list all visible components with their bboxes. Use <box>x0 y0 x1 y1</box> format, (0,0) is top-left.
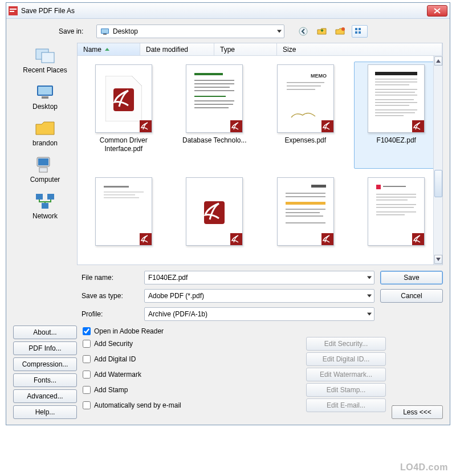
svg-rect-72 <box>286 209 325 210</box>
svg-rect-10 <box>355 31 357 34</box>
places-bar: Recent Places Desktop brandon Computer N… <box>13 43 77 265</box>
up-one-level-button[interactable] <box>315 25 329 38</box>
svg-rect-73 <box>286 212 320 213</box>
column-name[interactable]: Name <box>78 43 140 55</box>
place-label: brandon <box>14 139 76 147</box>
svg-rect-32 <box>194 96 226 97</box>
add-security-label: Add Security <box>94 340 133 348</box>
folder-up-icon <box>317 27 327 36</box>
svg-rect-33 <box>194 100 234 101</box>
add-digitalid-checkbox[interactable] <box>83 355 91 363</box>
svg-rect-11 <box>359 31 361 34</box>
file-thumbnail <box>277 177 334 246</box>
column-headers: Name Date modified Type Size <box>78 43 442 56</box>
place-label: Network <box>14 212 76 220</box>
auto-email-checkbox[interactable] <box>83 401 91 409</box>
place-label: Computer <box>14 176 76 184</box>
svg-rect-69 <box>286 193 325 194</box>
scroll-down-button[interactable] <box>434 255 442 264</box>
column-type[interactable]: Type <box>214 43 277 55</box>
place-label: Recent Places <box>14 66 76 74</box>
place-computer[interactable]: Computer <box>13 152 77 188</box>
add-watermark-checkbox[interactable] <box>83 371 91 379</box>
edit-watermark-button[interactable]: Edit Watermark... <box>306 368 386 381</box>
file-thumbnail <box>95 177 152 246</box>
scroll-track[interactable] <box>434 66 442 254</box>
file-thumbnail <box>186 64 243 133</box>
pdf-badge-icon <box>230 120 243 133</box>
scrollbar[interactable] <box>433 56 442 265</box>
place-user[interactable]: brandon <box>13 116 77 151</box>
less-button[interactable]: Less <<< <box>392 405 443 419</box>
file-item[interactable] <box>81 174 166 265</box>
add-watermark-label: Add Watermark <box>94 371 141 379</box>
network-icon <box>34 192 56 211</box>
svg-rect-48 <box>375 89 417 90</box>
column-size[interactable]: Size <box>277 43 442 55</box>
svg-rect-83 <box>376 204 416 205</box>
profile-combo[interactable]: Archive (PDF/A-1b) <box>144 307 374 321</box>
cancel-button[interactable]: Cancel <box>380 289 443 303</box>
add-security-checkbox[interactable] <box>83 340 91 348</box>
file-list: Name Date modified Type Size Common Driv… <box>77 43 443 265</box>
pdfinfo-button[interactable]: PDF Info... <box>13 341 77 355</box>
file-item[interactable]: MEMO Expenses.pdf <box>263 62 348 169</box>
user-folder-icon <box>34 119 56 138</box>
place-desktop[interactable]: Desktop <box>13 79 77 115</box>
new-folder-button[interactable] <box>333 25 347 38</box>
column-date[interactable]: Date modified <box>140 43 214 55</box>
svg-rect-18 <box>38 158 48 165</box>
svg-rect-80 <box>376 194 416 195</box>
svg-rect-4 <box>101 29 108 33</box>
saveastype-combo[interactable]: Adobe PDF (*.pdf) <box>144 289 374 303</box>
help-button[interactable]: Help... <box>13 405 77 419</box>
file-item[interactable]: F1040EZ.pdf <box>354 62 439 169</box>
place-network[interactable]: Network <box>13 189 77 224</box>
filename-combo[interactable]: F1040EZ.pdf <box>144 271 374 284</box>
fonts-button[interactable]: Fonts... <box>13 373 77 387</box>
svg-rect-28 <box>194 80 234 81</box>
add-stamp-checkbox[interactable] <box>83 386 91 394</box>
chevron-down-icon <box>367 276 372 279</box>
close-icon <box>434 8 441 14</box>
about-button[interactable]: About... <box>13 326 77 339</box>
svg-rect-81 <box>376 197 416 198</box>
pdf-large-icon <box>196 189 233 234</box>
computer-icon <box>34 155 56 174</box>
svg-rect-84 <box>376 207 414 208</box>
pdf-badge-icon <box>140 120 152 133</box>
place-recent[interactable]: Recent Places <box>13 43 77 78</box>
filename-value: F1040EZ.pdf <box>148 274 188 282</box>
edit-stamp-button[interactable]: Edit Stamp... <box>306 383 386 397</box>
file-item[interactable] <box>354 174 439 265</box>
back-button[interactable] <box>297 25 311 38</box>
open-reader-checkbox[interactable] <box>83 327 91 335</box>
svg-rect-45 <box>375 79 417 80</box>
edit-security-button[interactable]: Edit Security... <box>306 337 386 351</box>
save-in-combo[interactable]: Desktop <box>96 25 284 38</box>
file-item[interactable]: Common Driver Interface.pdf <box>81 62 166 169</box>
back-icon <box>299 27 309 36</box>
open-reader-label: Open in Adobe Reader <box>94 327 164 335</box>
svg-text:MEMO: MEMO <box>311 73 327 79</box>
compression-button[interactable]: Compression... <box>13 357 77 371</box>
close-button[interactable] <box>427 5 447 17</box>
advanced-button[interactable]: Advanced... <box>13 389 77 403</box>
scroll-thumb[interactable] <box>434 170 442 197</box>
svg-rect-68 <box>311 185 326 188</box>
svg-rect-53 <box>375 105 409 106</box>
add-digitalid-label: Add Digital ID <box>94 355 136 363</box>
file-item[interactable] <box>172 174 258 265</box>
options-checkboxes: Open in Adobe Reader Add Security Edit S… <box>83 326 386 419</box>
svg-rect-52 <box>375 102 417 103</box>
save-button[interactable]: Save <box>380 271 443 284</box>
edit-digitalid-button[interactable]: Edit Digital ID... <box>306 352 386 366</box>
svg-rect-27 <box>194 73 223 75</box>
file-item[interactable]: Database Technolo... <box>172 62 258 169</box>
view-menu-button[interactable] <box>352 25 368 38</box>
edit-email-button[interactable]: Edit E-mail... <box>306 398 386 412</box>
pdf-badge-icon <box>321 233 334 246</box>
file-item[interactable] <box>263 174 348 265</box>
scroll-up-button[interactable] <box>434 56 442 66</box>
titlebar: Save PDF File As <box>6 3 450 19</box>
